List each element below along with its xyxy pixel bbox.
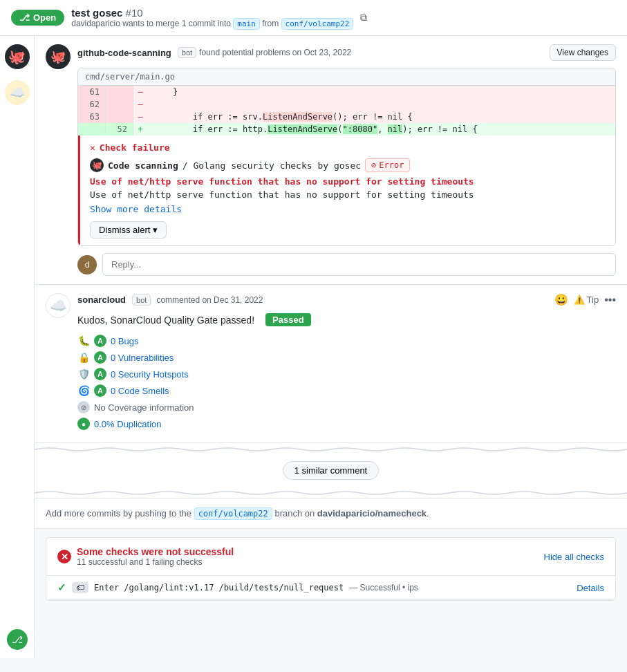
pr-status-badge: ⎇ Open [11, 10, 64, 26]
checks-fail-icon: ✕ [57, 550, 71, 563]
similar-comment-button[interactable]: 1 similar comment [283, 461, 379, 480]
scanning-source-header: 🐙 Code scanning / Golang security checks… [90, 158, 606, 172]
head-branch-tag[interactable]: conf/volcamp22 [281, 18, 354, 30]
more-options-button[interactable]: ••• [604, 294, 616, 306]
base-branch-tag[interactable]: main [233, 18, 260, 30]
check-status: — Successful • ips [349, 583, 418, 592]
sonarcloud-bot-badge: bot [132, 295, 151, 306]
open-icon: ⎇ [19, 12, 30, 23]
checks-title-text: Some checks were not successful 11 succe… [77, 546, 234, 567]
diff-row: 63 – if err := srv.ListenAndServe(); err… [78, 111, 615, 123]
similar-comment-divider: 1 similar comment [35, 443, 627, 498]
ban-icon: ⊘ [371, 160, 376, 170]
copy-icon[interactable]: ⧉ [360, 12, 367, 24]
duplication-row: ● 0.0% Duplication [77, 418, 616, 430]
checks-block: ✕ Some checks were not successful 11 suc… [46, 537, 616, 601]
pr-title: test gosec #10 [71, 7, 353, 19]
scanning-header-row: github-code-scanning bot found potential… [77, 44, 616, 61]
dismiss-alert-button[interactable]: Dismiss alert ▾ [90, 221, 167, 239]
check-service-icon: 🏷 [72, 582, 88, 593]
x-icon: ✕ [90, 142, 95, 153]
chevron-down-icon: ▾ [153, 225, 158, 235]
sonarcloud-author-row: sonarcloud bot commented on Dec 31, 2022 [77, 295, 263, 306]
sonarcloud-actions: 😀 ⚠️ Tip ••• [554, 293, 616, 306]
view-changes-button[interactable]: View changes [550, 44, 617, 61]
git-sidebar-icon[interactable]: ⎇ [7, 629, 28, 650]
checks-header: ✕ Some checks were not successful 11 suc… [46, 538, 615, 576]
code-smells-icon: 🌀 [77, 384, 90, 397]
branch-code-tag: conf/volcamp22 [194, 507, 272, 520]
octocat-avatar: 🐙 [46, 44, 71, 69]
diff-code: if err := srv.ListenAndServe(); err != n… [147, 111, 615, 123]
bugs-icon: 🐛 [77, 335, 90, 347]
check-details-link[interactable]: Details [577, 583, 604, 593]
code-annotation: ✕ Check failure 🐙 Code scanning / Golang… [78, 136, 615, 245]
show-more-link[interactable]: Show more details [90, 204, 182, 214]
hide-all-checks-button[interactable]: Hide all checks [544, 552, 604, 562]
bugs-grade: A [94, 335, 106, 347]
coverage-row: ⊘ No Coverage information [77, 401, 616, 413]
left-sidebar: 🐙 ☁️ ⎇ [0, 36, 35, 658]
sonarcloud-content: sonarcloud bot commented on Dec 31, 2022… [77, 293, 616, 434]
security-hotspots-link[interactable]: 0 Security Hotspots [111, 369, 189, 380]
sonarcloud-avatar: ☁️ [46, 293, 71, 318]
scanning-link[interactable]: Code scanning [108, 160, 178, 171]
diff-code [147, 98, 615, 111]
security-hotspots-metric-row: 🛡️ A 0 Security Hotspots [77, 368, 616, 380]
user-avatar: 🐙 [5, 44, 30, 69]
check-label: Enter /golang/lint:v1.17 /build/tests/nu… [94, 583, 344, 592]
wavy-bottom [35, 490, 627, 496]
user-mini-avatar: d [77, 255, 97, 274]
code-smells-link[interactable]: 0 Code Smells [111, 386, 169, 396]
security-hotspots-icon: 🛡️ [77, 368, 90, 380]
pr-header: ⎇ Open test gosec #10 davidaparicio want… [0, 0, 627, 36]
passed-badge: Passed [265, 313, 311, 326]
diff-line-num-new [106, 111, 133, 123]
code-diff: cmd/server/main.go 61 – } 62 – [77, 68, 616, 246]
reply-input[interactable] [102, 253, 616, 276]
sonarcloud-header: sonarcloud bot commented on Dec 31, 2022… [77, 293, 616, 306]
vulnerabilities-metric-row: 🔒 A 0 Vulnerabilities [77, 351, 616, 364]
diff-row: 62 – [78, 98, 615, 111]
kudos-text: Kudos, SonarCloud Quality Gate passed! P… [77, 313, 616, 326]
diff-line-num-old: 62 [78, 98, 106, 111]
diff-line-num-new [106, 86, 133, 98]
code-smells-grade: A [94, 384, 106, 397]
scanning-content: github-code-scanning bot found potential… [77, 44, 616, 276]
scanning-author: github-code-scanning [77, 48, 171, 58]
sonarcloud-meta: commented on Dec 31, 2022 [156, 295, 263, 305]
code-smells-metric-row: 🌀 A 0 Code Smells [77, 384, 616, 397]
duplication-link[interactable]: 0.0% Duplication [94, 419, 162, 429]
bugs-metric-row: 🐛 A 0 Bugs [77, 335, 616, 347]
diff-sign: + [133, 123, 147, 136]
github-icon: 🐙 [90, 158, 104, 172]
scanning-review-inner: 🐙 github-code-scanning bot found potenti… [46, 44, 616, 276]
tip-button[interactable]: ⚠️ Tip [574, 295, 599, 305]
emoji-button[interactable]: 😀 [554, 293, 568, 306]
pr-title-area: test gosec #10 davidaparicio wants to me… [71, 7, 353, 28]
diff-line-num-new: 52 [106, 123, 133, 136]
checks-title: Some checks were not successful [77, 546, 234, 557]
diff-line-num-new [106, 98, 133, 111]
diff-code: if err := http.ListenAndServe(":8080", n… [147, 123, 615, 136]
bugs-link[interactable]: 0 Bugs [111, 336, 138, 346]
pr-subtitle: davidaparicio wants to merge 1 commit in… [71, 19, 353, 28]
diff-sign: – [133, 98, 147, 111]
tip-icon: ⚠️ [574, 295, 585, 305]
diff-row: 61 – } [78, 86, 615, 98]
vulnerabilities-link[interactable]: 0 Vulnerabilities [111, 353, 174, 363]
diff-sign: – [133, 111, 147, 123]
vulnerabilities-icon: 🔒 [77, 351, 90, 364]
coverage-icon: ⊘ [77, 401, 90, 413]
diff-line-num-old: 63 [78, 111, 106, 123]
diff-row: 52 + if err := http.ListenAndServe(":808… [78, 123, 615, 136]
add-commits-notice: Add more commits by pushing to the conf/… [35, 498, 627, 529]
check-success-icon: ✓ [57, 581, 66, 594]
scanning-meta: found potential problems on Oct 23, 2022 [199, 48, 351, 57]
content-area: 🐙 ☁️ ⎇ 🐙 github-code-scanning bot found … [0, 36, 627, 658]
main-content: 🐙 github-code-scanning bot found potenti… [35, 36, 627, 658]
repo-link[interactable]: davidaparicio/namecheck [317, 508, 427, 519]
checks-title-row: ✕ Some checks were not successful 11 suc… [57, 546, 234, 567]
error-badge: ⊘ Error [365, 158, 410, 172]
dismiss-area: Dismiss alert ▾ [90, 221, 606, 239]
